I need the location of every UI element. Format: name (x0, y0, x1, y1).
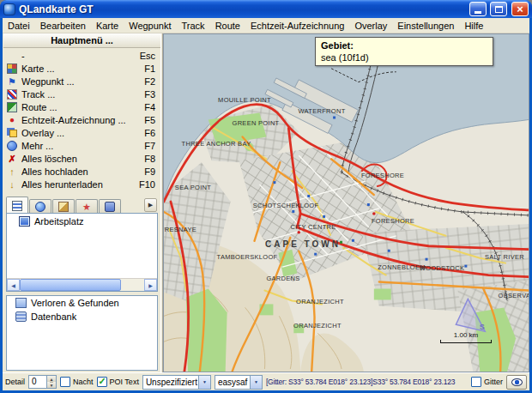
visibility-button[interactable] (506, 375, 527, 390)
menu-item-shortcut: F5 (144, 115, 155, 125)
edit-tab-icon (58, 202, 69, 212)
scrollbar-thumb[interactable] (20, 279, 121, 291)
menu-item-route[interactable]: Route ... F4 (3, 100, 160, 113)
menu-item-track[interactable]: Track ... F3 (3, 88, 160, 100)
track-icon (7, 89, 17, 100)
maximize-button[interactable] (490, 2, 507, 16)
menu-item-label: Track ... (21, 89, 140, 100)
tab-favorites[interactable]: ★ (76, 199, 98, 214)
chevron-down-icon[interactable] (250, 376, 262, 389)
lost-found-icon (15, 298, 27, 308)
workspace-item[interactable]: Arbeitsplatz (7, 214, 157, 229)
menu-wegpunkt[interactable]: Wegpunkt (124, 20, 176, 32)
tab-workspace[interactable] (6, 196, 28, 214)
map-label: ORANJEZICHT (296, 298, 344, 305)
nacht-checkbox[interactable]: Nacht (60, 377, 94, 387)
database-icon (15, 311, 27, 322)
delete-icon: ✗ (7, 154, 17, 164)
map-label: FRESNAYE (163, 226, 196, 233)
menu-item-alles-herunterladen[interactable]: ↓ Alles herunterladen F10 (3, 178, 160, 190)
menu-item-escape[interactable]: - Esc (3, 49, 160, 62)
menu-echtzeit[interactable]: Echtzeit-Aufzeichnung (245, 20, 349, 32)
map-icon (7, 63, 17, 74)
minimize-button[interactable] (469, 2, 487, 16)
menu-item-label: Wegpunkt ... (21, 76, 140, 87)
map-canvas[interactable]: MOUILLE POINT WATERFRONT GREEN POINT THR… (163, 33, 529, 372)
spin-up-button[interactable] (47, 376, 56, 382)
more-icon (7, 141, 17, 151)
tree-item-label: Verloren & Gefunden (31, 298, 119, 308)
map-label: SALT RIVER (485, 253, 524, 261)
poi-text-checkbox[interactable]: POI Text (97, 377, 139, 387)
app-icon (3, 3, 15, 15)
scroll-left-button[interactable] (7, 279, 20, 291)
menu-item-shortcut: F1 (144, 63, 155, 74)
maximize-icon (495, 6, 503, 13)
poi-type-combobox[interactable]: Unspezifiziert (142, 375, 211, 390)
nacht-label: Nacht (73, 378, 94, 386)
checkbox-icon[interactable] (471, 377, 481, 387)
menu-track[interactable]: Track (177, 20, 210, 32)
checkbox-checked-icon[interactable] (97, 377, 107, 387)
menu-item-wegpunkt[interactable]: ⚑ Wegpunkt ... F2 (3, 75, 160, 88)
tab-edit[interactable] (52, 199, 75, 214)
main-menu-list: - Esc Karte ... F1 ⚑ Wegpunkt ... F2 Tra… (3, 48, 160, 190)
menu-item-mehr[interactable]: Mehr ... F7 (3, 139, 160, 152)
menu-item-label: Route ... (21, 102, 140, 112)
checkbox-icon[interactable] (60, 377, 70, 387)
menu-item-label: - (21, 51, 136, 61)
tree-item-datenbank[interactable]: Datenbank (7, 310, 157, 323)
download-icon: ↓ (7, 179, 17, 190)
menu-item-label: Mehr ... (21, 141, 140, 151)
database-tab-icon (105, 202, 115, 212)
desktop-icon (19, 216, 30, 227)
map-combobox[interactable]: easysaf (215, 375, 263, 390)
menu-item-label: Echtzeit-Aufzeichnung ... (21, 115, 140, 125)
tab-database[interactable] (99, 199, 121, 214)
map-label-city: CAPE TOWN (265, 239, 341, 249)
map-label: ORANJEZICHT (293, 322, 342, 330)
close-button[interactable] (511, 2, 529, 16)
menu-item-label: Karte ... (21, 63, 140, 74)
tree-item-label: Datenbank (31, 311, 76, 322)
chevron-down-icon[interactable] (198, 376, 210, 389)
map-tooltip: Gebiet: sea (10f1d) (315, 37, 493, 66)
menu-hilfe[interactable]: Hilfe (459, 20, 488, 32)
menubar: Datei Bearbeiten Karte Wegpunkt Track Ro… (3, 18, 529, 33)
menu-karte[interactable]: Karte (91, 20, 124, 32)
menu-overlay[interactable]: Overlay (349, 20, 392, 32)
menu-item-shortcut: F6 (144, 128, 155, 138)
menu-datei[interactable]: Datei (3, 20, 35, 32)
tab-maps[interactable] (29, 199, 51, 214)
menu-item-overlay[interactable]: Overlay ... F6 (3, 126, 160, 139)
menu-item-shortcut: F7 (144, 141, 155, 151)
tree-item-verloren[interactable]: Verloren & Gefunden (7, 296, 157, 310)
gitter-checkbox[interactable]: Gitter (471, 377, 503, 387)
menu-item-karte[interactable]: Karte ... F1 (3, 62, 160, 75)
menu-item-alles-hochladen[interactable]: ↑ Alles hochladen F9 (3, 165, 160, 178)
overlay-icon (9, 130, 17, 137)
menu-item-alles-loeschen[interactable]: ✗ Alles löschen F8 (3, 152, 160, 165)
menu-einstellungen[interactable]: Einstellungen (392, 20, 459, 32)
map-label: WATERFRONT (298, 107, 345, 115)
spin-down-button[interactable] (47, 382, 56, 388)
menu-item-shortcut: Esc (140, 51, 155, 61)
menu-item-echtzeit[interactable]: ● Echtzeit-Aufzeichnung ... F5 (3, 113, 160, 126)
scrollbar-track[interactable] (20, 279, 144, 291)
tab-scroll-right-button[interactable] (144, 198, 157, 212)
tooltip-value: sea (10f1d) (321, 52, 369, 63)
workspace-label: Arbeitsplatz (34, 216, 83, 227)
scroll-right-button[interactable] (144, 279, 157, 291)
menu-route[interactable]: Route (210, 20, 245, 32)
record-icon: ● (7, 115, 17, 125)
combobox-value: easysaf (215, 376, 250, 389)
scale-line (440, 340, 492, 343)
sidebar-header: Hauptmenü ... (3, 33, 160, 48)
menu-item-label: Overlay ... (21, 128, 140, 138)
map-label: FORESHORE (372, 217, 414, 225)
detail-value: 0 (29, 376, 46, 388)
horizontal-scrollbar[interactable] (7, 278, 157, 291)
detail-label: Detail (5, 378, 25, 386)
detail-spinbox[interactable]: 0 (28, 375, 57, 389)
menu-bearbeiten[interactable]: Bearbeiten (35, 20, 91, 32)
